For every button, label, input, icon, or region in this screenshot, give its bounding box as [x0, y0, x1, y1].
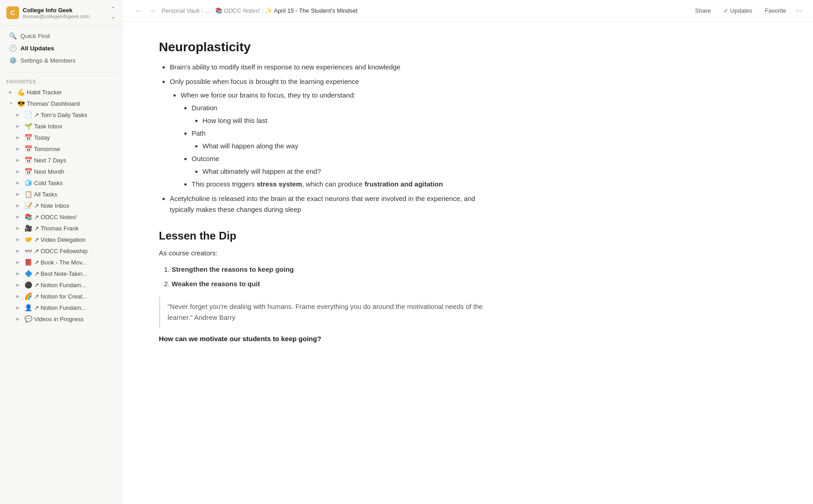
expand-arrow: ▶ [16, 169, 23, 174]
sidebar-item-label: Next 7 Days [34, 157, 116, 164]
sidebar-item-toms-daily-tasks[interactable]: ▶ 📄 ↗ Tom's Daily Tasks [3, 109, 119, 120]
sidebar-item-label: Videos in Progress [34, 316, 116, 323]
expand-arrow: ▶ [16, 113, 23, 117]
note-inbox-icon: 📝 [25, 202, 32, 209]
sidebar-item-notion-creat[interactable]: ▶ 🌈 ↗ Notion for Creat... [3, 291, 119, 302]
topbar: ← → Personal Vault / ... / 📚 ODCC Notes!… [123, 0, 813, 22]
breadcrumb-personal-vault[interactable]: Personal Vault [162, 7, 200, 14]
sub-bullets: When we force our brains to focus, they … [170, 90, 495, 190]
sidebar-item-label: ↗ Notion Fundam... [34, 304, 116, 311]
sidebar-item-odcc-fellowship[interactable]: ▶ 👓 ↗ ODCC Fellowship [3, 245, 119, 256]
sidebar-nav: 🔍 Quick Find 🕐 All Updates ⚙️ Settings &… [0, 26, 122, 70]
sidebar-item-next-month[interactable]: ▶ 📅 Next Month [3, 166, 119, 177]
task-inbox-icon: 🌱 [25, 122, 32, 130]
content-area: Neuroplasticity Brain's ability to modif… [123, 22, 531, 504]
bullet-item: Brain's ability to modify itself in resp… [170, 62, 495, 73]
expand-arrow: ▶ [16, 147, 23, 151]
sidebar-item-book[interactable]: ▶ 📕 ↗ Book - The Mov... [3, 257, 119, 268]
expand-arrow: ▶ [16, 283, 23, 287]
sidebar-item-label: ↗ Note Inbox [34, 202, 116, 209]
sidebar-item-habit-tracker[interactable]: ▶ 💪 Habit Tracker [3, 87, 119, 98]
sidebar-divider [6, 72, 116, 73]
sidebar-item-label: ↗ Thomas Frank [34, 225, 116, 232]
expand-arrow: ▶ [16, 271, 23, 276]
leaf-bullet: What ultimately will happen at the end? [202, 166, 495, 177]
workspace-name: College Info Geek [23, 7, 107, 14]
sidebar-item-next-7-days[interactable]: ▶ 📅 Next 7 Days [3, 155, 119, 166]
share-button[interactable]: Share [691, 5, 714, 16]
thomas-dashboard-icon: 😎 [17, 100, 25, 107]
bullet-item: Only possible when focus is brought to t… [170, 76, 495, 190]
sidebar-item-today[interactable]: ▶ 📅 Today [3, 132, 119, 143]
sidebar-item-odcc-notes[interactable]: ▶ 📚 ↗ ODCC Notes! [3, 211, 119, 222]
forward-button[interactable]: → [147, 6, 158, 16]
next7-icon: 📅 [25, 157, 32, 164]
sidebar-item-label: Habit Tracker [27, 89, 116, 96]
sidebar-item-label: Next Month [34, 168, 116, 175]
sidebar-item-tomorrow[interactable]: ▶ 📅 Tomorrow [3, 143, 119, 154]
expand-arrow: ▶ [16, 226, 23, 230]
sidebar-item-all-tasks[interactable]: ▶ 📋 All Tasks [3, 189, 119, 200]
workspace-avatar: C [6, 6, 19, 19]
back-button[interactable]: ← [133, 6, 144, 16]
odcc-fellowship-icon: 👓 [25, 247, 32, 254]
more-options-button[interactable]: ··· [795, 6, 802, 15]
leaf-bullet: What will happen along the way [202, 141, 495, 152]
sidebar-item-label: Tomorrow [34, 146, 116, 152]
heading-neuroplasticity: Neuroplasticity [159, 40, 495, 54]
sidebar-item-notion-fundam2[interactable]: ▶ 👤 ↗ Notion Fundam... [3, 302, 119, 313]
toms-daily-tasks-icon: 📄 [25, 111, 32, 118]
sidebar-item-thomas-dashboard[interactable]: ▼ 😎 Thomas' Dashboard [3, 98, 119, 109]
sub-bullet-item: When we force our brains to focus, they … [181, 90, 495, 190]
workspace-chevron[interactable]: ⌃⌄ [110, 5, 116, 20]
favorites-label: FAVORITES [0, 74, 122, 86]
videos-progress-icon: 💬 [25, 315, 32, 323]
today-icon: 📅 [25, 134, 32, 141]
expand-arrow: ▶ [16, 249, 23, 253]
all-updates-item[interactable]: 🕐 All Updates [3, 42, 119, 54]
sub-sub-bullet: Outcome What ultimately will happen at t… [192, 153, 495, 177]
settings-item[interactable]: ⚙️ Settings & Members [3, 54, 119, 66]
breadcrumb-odcc-notes[interactable]: 📚 ODCC Notes! [215, 7, 260, 14]
sidebar-item-label: All Tasks [34, 191, 116, 198]
sidebar-tree: ▶ 💪 Habit Tracker ▼ 😎 Thomas' Dashboard … [0, 86, 122, 325]
ordered-item-2: Weaken the reasons to quit [172, 279, 495, 289]
quick-find-item[interactable]: 🔍 Quick Find [3, 30, 119, 42]
ordered-item-1: Strengthen the reasons to keep going [172, 264, 495, 275]
sidebar-item-label: Today [34, 134, 116, 141]
workspace-header[interactable]: C College Info Geek thomas@collegeinfoge… [0, 0, 122, 26]
sidebar-item-label: ↗ Best Note-Takin... [34, 270, 116, 277]
sidebar-item-notion-fundam1[interactable]: ▶ ⚫ ↗ Notion Fundam... [3, 279, 119, 290]
book-icon: 📕 [25, 259, 32, 266]
sidebar-item-label: ↗ ODCC Notes! [34, 214, 116, 220]
sidebar-item-thomas-frank[interactable]: ▶ 🎥 ↗ Thomas Frank [3, 223, 119, 234]
notion-creat-icon: 🌈 [25, 293, 32, 300]
expand-arrow: ▶ [16, 181, 23, 185]
expand-arrow: ▶ [16, 135, 23, 140]
sidebar-item-note-inbox[interactable]: ▶ 📝 ↗ Note Inbox [3, 200, 119, 211]
search-icon: 🔍 [9, 32, 17, 39]
notion-fundam2-icon: 👤 [25, 304, 32, 311]
sub-sub-bullet-stress: This process triggers stress system, whi… [192, 179, 495, 190]
sidebar-item-task-inbox[interactable]: ▶ 🌱 Task Inbox [3, 121, 119, 132]
main-panel: ← → Personal Vault / ... / 📚 ODCC Notes!… [123, 0, 813, 504]
leaf-bullet: How long will this last [202, 115, 495, 126]
favorite-button[interactable]: Favorite [761, 5, 790, 16]
sidebar-item-label: ↗ ODCC Fellowship [34, 248, 116, 254]
breadcrumb-ellipsis[interactable]: ... [205, 7, 210, 14]
topbar-actions: Share ✓ Updates Favorite ··· [691, 5, 802, 16]
sidebar-item-label: Cold Tasks [34, 180, 116, 186]
breadcrumb: Personal Vault / ... / 📚 ODCC Notes! / ✨… [162, 7, 358, 14]
expand-arrow: ▶ [16, 203, 23, 208]
sidebar-item-best-note-taking[interactable]: ▶ 🔷 ↗ Best Note-Takin... [3, 268, 119, 279]
odcc-notes-icon: 📚 [25, 213, 32, 220]
sidebar-item-cold-tasks[interactable]: ▶ 🧊 Cold Tasks [3, 177, 119, 188]
updates-button[interactable]: ✓ Updates [720, 5, 756, 16]
next-month-icon: 📅 [25, 168, 32, 175]
gear-icon: ⚙️ [9, 57, 17, 64]
sidebar-item-videos-progress[interactable]: ▶ 💬 Videos in Progress [3, 313, 119, 324]
clock-icon: 🕐 [9, 44, 17, 52]
sidebar-item-label: Thomas' Dashboard [27, 100, 116, 107]
sidebar-item-video-delegation[interactable]: ▶ 🤝 ↗ Video Delegation [3, 234, 119, 245]
sub-sub-bullet: Duration How long will this last [192, 103, 495, 126]
